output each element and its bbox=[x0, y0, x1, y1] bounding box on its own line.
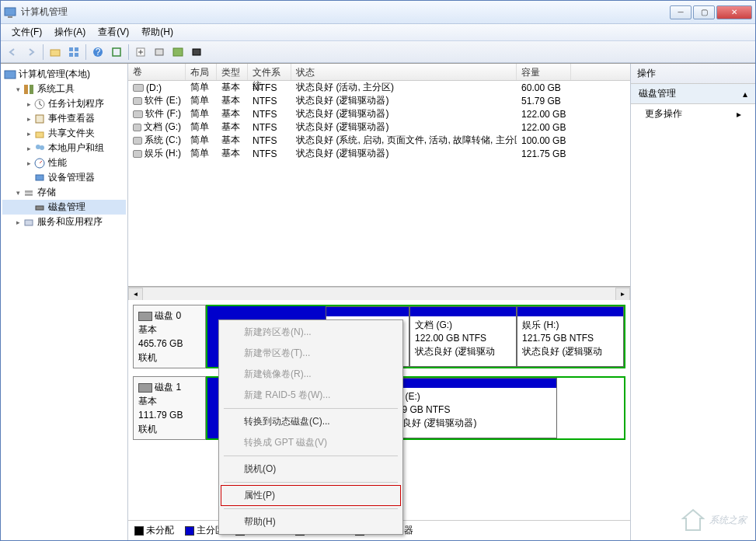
svg-rect-11 bbox=[155, 49, 163, 55]
col-type[interactable]: 类型 bbox=[217, 64, 248, 80]
disk-icon bbox=[138, 383, 152, 393]
list-header: 卷 布局 类型 文件系统 状态 容量 bbox=[128, 64, 630, 81]
refresh-button[interactable] bbox=[108, 44, 125, 61]
volume-row[interactable]: 软件 (F:)简单基本NTFS状态良好 (逻辑驱动器)122.00 GB bbox=[128, 107, 630, 120]
tree-performance[interactable]: ▸性能 bbox=[2, 155, 126, 170]
partition-e[interactable]: 软件 (E:) 51.79 GB NTFS 状态良好 (逻辑驱动器) bbox=[378, 378, 557, 438]
cm-properties[interactable]: 属性(P) bbox=[221, 485, 401, 506]
context-menu: 新建跨区卷(N)... 新建带区卷(T)... 新建镜像卷(R)... 新建 R… bbox=[218, 319, 403, 535]
tree-localusers[interactable]: ▸本地用户和组 bbox=[2, 141, 126, 155]
tool-4[interactable] bbox=[188, 44, 205, 61]
cm-to-gpt: 转换成 GPT 磁盘(V) bbox=[221, 432, 401, 453]
svg-rect-9 bbox=[113, 48, 120, 56]
actions-more[interactable]: 更多操作▸ bbox=[631, 104, 755, 124]
cm-offline[interactable]: 脱机(O) bbox=[221, 459, 401, 480]
col-volume[interactable]: 卷 bbox=[128, 64, 186, 80]
svg-rect-13 bbox=[193, 49, 200, 55]
svg-rect-1 bbox=[8, 16, 12, 18]
svg-rect-18 bbox=[36, 115, 44, 123]
volume-row[interactable]: 系统 (C:)简单基本NTFS状态良好 (系统, 启动, 页面文件, 活动, 故… bbox=[128, 134, 630, 147]
partition-g[interactable]: 文档 (G:) 122.00 GB NTFS 状态良好 (逻辑驱动 bbox=[409, 306, 517, 367]
volume-row[interactable]: (D:)简单基本NTFS状态良好 (活动, 主分区)60.00 GB bbox=[128, 81, 630, 94]
volume-list[interactable]: 卷 布局 类型 文件系统 状态 容量 (D:)简单基本NTFS状态良好 (活动,… bbox=[128, 64, 630, 287]
disk-1-info[interactable]: 磁盘 1 基本 111.79 GB 联机 bbox=[133, 376, 206, 440]
menubar: 文件(F) 操作(A) 查看(V) 帮助(H) bbox=[1, 24, 755, 41]
svg-rect-15 bbox=[24, 85, 28, 94]
tool-3[interactable] bbox=[169, 44, 186, 61]
svg-rect-6 bbox=[75, 53, 78, 57]
back-button bbox=[4, 44, 21, 61]
maximize-button[interactable]: ▢ bbox=[693, 5, 715, 19]
tree-devicemgr[interactable]: 设备管理器 bbox=[2, 170, 126, 185]
tool-1[interactable] bbox=[132, 44, 149, 61]
volume-row[interactable]: 软件 (E:)简单基本NTFS状态良好 (逻辑驱动器)51.79 GB bbox=[128, 94, 630, 107]
view-button[interactable] bbox=[65, 44, 82, 61]
toolbar: ? bbox=[1, 41, 755, 63]
app-icon bbox=[4, 6, 16, 19]
svg-rect-23 bbox=[36, 175, 44, 180]
tree-storage[interactable]: ▾存储 bbox=[2, 185, 126, 200]
partition-h[interactable]: 娱乐 (H:) 121.75 GB NTFS 状态良好 (逻辑驱动 bbox=[517, 306, 624, 367]
svg-rect-5 bbox=[69, 53, 73, 57]
tree-root[interactable]: 计算机管理(本地) bbox=[2, 67, 126, 82]
tree-sharedfolders[interactable]: ▸共享文件夹 bbox=[2, 126, 126, 141]
cm-new-raid5: 新建 RAID-5 卷(W)... bbox=[221, 385, 401, 406]
volume-row[interactable]: 文档 (G:)简单基本NTFS状态良好 (逻辑驱动器)122.00 GB bbox=[128, 120, 630, 134]
titlebar: 计算机管理 ─ ▢ ✕ bbox=[1, 1, 755, 24]
menu-action[interactable]: 操作(A) bbox=[48, 24, 92, 40]
actions-section-diskmgmt[interactable]: 磁盘管理▴ bbox=[631, 84, 755, 104]
col-capacity[interactable]: 容量 bbox=[517, 64, 571, 80]
volume-row[interactable]: 娱乐 (H:)简单基本NTFS状态良好 (逻辑驱动器)121.75 GB bbox=[128, 147, 630, 160]
svg-rect-27 bbox=[25, 220, 33, 225]
menu-help[interactable]: 帮助(H) bbox=[135, 24, 179, 40]
cm-new-spanned: 新建跨区卷(N)... bbox=[221, 322, 401, 343]
tree-systools[interactable]: ▾ 系统工具 bbox=[2, 82, 126, 96]
tree-scheduler[interactable]: ▸任务计划程序 bbox=[2, 96, 126, 111]
folder-button[interactable] bbox=[47, 44, 64, 61]
collapse-icon: ▴ bbox=[743, 89, 747, 99]
svg-rect-4 bbox=[75, 47, 78, 51]
svg-rect-19 bbox=[36, 132, 44, 138]
svg-rect-14 bbox=[5, 71, 16, 79]
svg-rect-2 bbox=[51, 50, 60, 56]
cm-to-dynamic[interactable]: 转换到动态磁盘(C)... bbox=[221, 411, 401, 432]
svg-rect-3 bbox=[69, 47, 73, 51]
tree-eventviewer[interactable]: ▸事件查看器 bbox=[2, 111, 126, 126]
svg-rect-12 bbox=[173, 48, 183, 56]
tool-2[interactable] bbox=[151, 44, 168, 61]
disk-icon bbox=[138, 312, 152, 321]
close-button[interactable]: ✕ bbox=[716, 5, 752, 19]
svg-rect-24 bbox=[25, 190, 33, 193]
forward-button bbox=[23, 44, 40, 61]
chevron-right-icon: ▸ bbox=[737, 109, 741, 120]
actions-pane: 操作 磁盘管理▴ 更多操作▸ bbox=[630, 64, 755, 540]
horizontal-scrollbar[interactable] bbox=[128, 287, 630, 300]
disk-0-info[interactable]: 磁盘 0 基本 465.76 GB 联机 bbox=[133, 305, 206, 368]
col-fs[interactable]: 文件系统 bbox=[248, 64, 291, 80]
svg-rect-16 bbox=[30, 85, 33, 94]
tree-services[interactable]: ▸服务和应用程序 bbox=[2, 215, 126, 229]
svg-text:?: ? bbox=[96, 47, 101, 58]
help-button[interactable]: ? bbox=[89, 44, 106, 61]
actions-header: 操作 bbox=[631, 64, 755, 84]
svg-point-20 bbox=[36, 145, 40, 149]
minimize-button[interactable]: ─ bbox=[670, 5, 692, 19]
cm-help[interactable]: 帮助(H) bbox=[221, 511, 401, 532]
cm-new-striped: 新建带区卷(T)... bbox=[221, 343, 401, 364]
svg-point-21 bbox=[40, 145, 44, 150]
svg-rect-25 bbox=[25, 194, 33, 196]
col-status[interactable]: 状态 bbox=[291, 64, 517, 80]
svg-rect-0 bbox=[5, 8, 16, 16]
window-title: 计算机管理 bbox=[21, 5, 670, 19]
cm-new-mirror: 新建镜像卷(R)... bbox=[221, 364, 401, 385]
tree-diskmgmt[interactable]: 磁盘管理 bbox=[2, 200, 126, 215]
tree-pane[interactable]: 计算机管理(本地) ▾ 系统工具 ▸任务计划程序 ▸事件查看器 ▸共享文件夹 ▸… bbox=[1, 64, 128, 540]
menu-view[interactable]: 查看(V) bbox=[92, 24, 135, 40]
svg-rect-26 bbox=[36, 206, 44, 210]
menu-file[interactable]: 文件(F) bbox=[5, 24, 48, 40]
col-layout[interactable]: 布局 bbox=[186, 64, 217, 80]
